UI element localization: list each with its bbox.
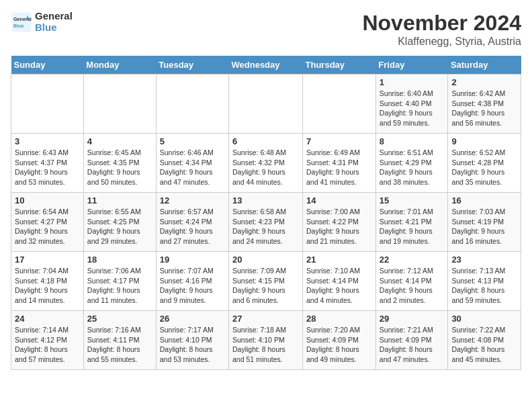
calendar-week-4: 17Sunrise: 7:04 AM Sunset: 4:18 PM Dayli… bbox=[11, 252, 521, 311]
calendar-cell: 3Sunrise: 6:43 AM Sunset: 4:37 PM Daylig… bbox=[11, 134, 84, 193]
calendar-cell: 28Sunrise: 7:20 AM Sunset: 4:09 PM Dayli… bbox=[303, 311, 376, 370]
day-info: Sunrise: 7:17 AM Sunset: 4:10 PM Dayligh… bbox=[160, 325, 225, 365]
day-number: 23 bbox=[451, 255, 517, 265]
calendar-cell: 16Sunrise: 7:03 AM Sunset: 4:19 PM Dayli… bbox=[448, 193, 521, 252]
day-number: 27 bbox=[232, 314, 299, 324]
day-info: Sunrise: 7:20 AM Sunset: 4:09 PM Dayligh… bbox=[306, 325, 372, 365]
day-number: 5 bbox=[160, 136, 225, 146]
day-number: 9 bbox=[451, 136, 517, 146]
day-number: 29 bbox=[380, 314, 445, 324]
calendar-cell: 18Sunrise: 7:06 AM Sunset: 4:17 PM Dayli… bbox=[83, 252, 156, 311]
day-info: Sunrise: 6:43 AM Sunset: 4:37 PM Dayligh… bbox=[15, 148, 80, 187]
day-number: 15 bbox=[380, 195, 445, 205]
calendar-week-1: 1Sunrise: 6:40 AM Sunset: 4:40 PM Daylig… bbox=[11, 75, 521, 134]
day-number: 22 bbox=[380, 255, 445, 265]
calendar-cell: 7Sunrise: 6:49 AM Sunset: 4:31 PM Daylig… bbox=[303, 134, 376, 193]
weekday-friday: Friday bbox=[375, 56, 448, 75]
day-info: Sunrise: 6:55 AM Sunset: 4:25 PM Dayligh… bbox=[87, 207, 152, 246]
weekday-saturday: Saturday bbox=[448, 56, 521, 75]
calendar-cell: 6Sunrise: 6:48 AM Sunset: 4:32 PM Daylig… bbox=[229, 134, 303, 193]
day-number: 2 bbox=[451, 77, 517, 87]
calendar-cell: 17Sunrise: 7:04 AM Sunset: 4:18 PM Dayli… bbox=[11, 252, 84, 311]
day-number: 26 bbox=[160, 314, 225, 324]
day-info: Sunrise: 6:40 AM Sunset: 4:40 PM Dayligh… bbox=[380, 89, 445, 128]
calendar-cell: 30Sunrise: 7:22 AM Sunset: 4:08 PM Dayli… bbox=[448, 311, 521, 370]
day-info: Sunrise: 7:22 AM Sunset: 4:08 PM Dayligh… bbox=[451, 325, 517, 365]
calendar-week-5: 24Sunrise: 7:14 AM Sunset: 4:12 PM Dayli… bbox=[11, 311, 521, 370]
day-info: Sunrise: 7:03 AM Sunset: 4:19 PM Dayligh… bbox=[451, 207, 517, 246]
day-number: 13 bbox=[232, 195, 299, 205]
weekday-monday: Monday bbox=[83, 56, 156, 75]
day-info: Sunrise: 6:57 AM Sunset: 4:24 PM Dayligh… bbox=[160, 207, 225, 246]
calendar-cell bbox=[156, 75, 228, 134]
calendar-body: 1Sunrise: 6:40 AM Sunset: 4:40 PM Daylig… bbox=[11, 75, 521, 370]
day-number: 17 bbox=[15, 255, 80, 265]
calendar-cell: 8Sunrise: 6:51 AM Sunset: 4:29 PM Daylig… bbox=[375, 134, 448, 193]
day-number: 24 bbox=[15, 314, 80, 324]
day-info: Sunrise: 6:58 AM Sunset: 4:23 PM Dayligh… bbox=[232, 207, 299, 246]
calendar-cell: 14Sunrise: 7:00 AM Sunset: 4:22 PM Dayli… bbox=[303, 193, 376, 252]
month-title: November 2024 bbox=[362, 11, 521, 36]
day-info: Sunrise: 6:46 AM Sunset: 4:34 PM Dayligh… bbox=[160, 148, 225, 187]
day-number: 8 bbox=[380, 136, 445, 146]
day-info: Sunrise: 7:18 AM Sunset: 4:10 PM Dayligh… bbox=[232, 325, 299, 365]
day-number: 16 bbox=[451, 195, 517, 205]
day-info: Sunrise: 7:00 AM Sunset: 4:22 PM Dayligh… bbox=[306, 207, 372, 246]
day-info: Sunrise: 7:16 AM Sunset: 4:11 PM Dayligh… bbox=[87, 325, 152, 365]
day-info: Sunrise: 6:42 AM Sunset: 4:38 PM Dayligh… bbox=[451, 89, 517, 128]
day-number: 25 bbox=[87, 314, 152, 324]
day-info: Sunrise: 7:21 AM Sunset: 4:09 PM Dayligh… bbox=[380, 325, 445, 365]
calendar-cell: 23Sunrise: 7:13 AM Sunset: 4:13 PM Dayli… bbox=[448, 252, 521, 311]
logo: General Blue General Blue bbox=[11, 11, 73, 33]
calendar-cell: 24Sunrise: 7:14 AM Sunset: 4:12 PM Dayli… bbox=[11, 311, 84, 370]
logo-icon: General Blue bbox=[11, 11, 32, 33]
day-info: Sunrise: 7:07 AM Sunset: 4:16 PM Dayligh… bbox=[160, 266, 225, 306]
day-info: Sunrise: 7:14 AM Sunset: 4:12 PM Dayligh… bbox=[15, 325, 80, 365]
weekday-sunday: Sunday bbox=[11, 56, 84, 75]
calendar-cell bbox=[229, 75, 303, 134]
day-number: 30 bbox=[451, 314, 517, 324]
weekday-header-row: SundayMondayTuesdayWednesdayThursdayFrid… bbox=[11, 56, 521, 75]
day-number: 19 bbox=[160, 255, 225, 265]
calendar-header: SundayMondayTuesdayWednesdayThursdayFrid… bbox=[11, 56, 521, 75]
svg-text:Blue: Blue bbox=[13, 23, 24, 29]
day-number: 3 bbox=[15, 136, 80, 146]
day-number: 6 bbox=[232, 136, 299, 146]
calendar-cell: 4Sunrise: 6:45 AM Sunset: 4:35 PM Daylig… bbox=[83, 134, 156, 193]
day-info: Sunrise: 7:06 AM Sunset: 4:17 PM Dayligh… bbox=[87, 266, 152, 306]
calendar-cell: 1Sunrise: 6:40 AM Sunset: 4:40 PM Daylig… bbox=[375, 75, 448, 134]
calendar-cell: 19Sunrise: 7:07 AM Sunset: 4:16 PM Dayli… bbox=[156, 252, 228, 311]
calendar-cell: 27Sunrise: 7:18 AM Sunset: 4:10 PM Dayli… bbox=[229, 311, 303, 370]
day-info: Sunrise: 6:52 AM Sunset: 4:28 PM Dayligh… bbox=[451, 148, 517, 187]
day-number: 14 bbox=[306, 195, 372, 205]
calendar-cell bbox=[83, 75, 156, 134]
calendar-cell: 9Sunrise: 6:52 AM Sunset: 4:28 PM Daylig… bbox=[448, 134, 521, 193]
day-info: Sunrise: 7:10 AM Sunset: 4:14 PM Dayligh… bbox=[306, 266, 372, 306]
day-info: Sunrise: 7:04 AM Sunset: 4:18 PM Dayligh… bbox=[15, 266, 80, 306]
calendar-table: SundayMondayTuesdayWednesdayThursdayFrid… bbox=[11, 56, 521, 370]
calendar-week-2: 3Sunrise: 6:43 AM Sunset: 4:37 PM Daylig… bbox=[11, 134, 521, 193]
calendar-cell: 22Sunrise: 7:12 AM Sunset: 4:14 PM Dayli… bbox=[375, 252, 448, 311]
calendar-cell: 5Sunrise: 6:46 AM Sunset: 4:34 PM Daylig… bbox=[156, 134, 228, 193]
day-info: Sunrise: 6:54 AM Sunset: 4:27 PM Dayligh… bbox=[15, 207, 80, 246]
calendar-cell bbox=[303, 75, 376, 134]
calendar-cell: 15Sunrise: 7:01 AM Sunset: 4:21 PM Dayli… bbox=[375, 193, 448, 252]
calendar-cell bbox=[11, 75, 84, 134]
calendar-cell: 10Sunrise: 6:54 AM Sunset: 4:27 PM Dayli… bbox=[11, 193, 84, 252]
day-number: 21 bbox=[306, 255, 372, 265]
day-info: Sunrise: 6:49 AM Sunset: 4:31 PM Dayligh… bbox=[306, 148, 372, 187]
calendar-cell: 20Sunrise: 7:09 AM Sunset: 4:15 PM Dayli… bbox=[229, 252, 303, 311]
calendar-cell: 29Sunrise: 7:21 AM Sunset: 4:09 PM Dayli… bbox=[375, 311, 448, 370]
day-info: Sunrise: 7:09 AM Sunset: 4:15 PM Dayligh… bbox=[232, 266, 299, 306]
day-number: 20 bbox=[232, 255, 299, 265]
calendar-cell: 2Sunrise: 6:42 AM Sunset: 4:38 PM Daylig… bbox=[448, 75, 521, 134]
calendar-cell: 12Sunrise: 6:57 AM Sunset: 4:24 PM Dayli… bbox=[156, 193, 228, 252]
calendar-cell: 11Sunrise: 6:55 AM Sunset: 4:25 PM Dayli… bbox=[83, 193, 156, 252]
calendar-cell: 21Sunrise: 7:10 AM Sunset: 4:14 PM Dayli… bbox=[303, 252, 376, 311]
calendar-cell: 25Sunrise: 7:16 AM Sunset: 4:11 PM Dayli… bbox=[83, 311, 156, 370]
day-number: 1 bbox=[380, 77, 445, 87]
day-number: 28 bbox=[306, 314, 372, 324]
calendar-cell: 26Sunrise: 7:17 AM Sunset: 4:10 PM Dayli… bbox=[156, 311, 228, 370]
day-info: Sunrise: 7:12 AM Sunset: 4:14 PM Dayligh… bbox=[380, 266, 445, 306]
weekday-wednesday: Wednesday bbox=[229, 56, 303, 75]
